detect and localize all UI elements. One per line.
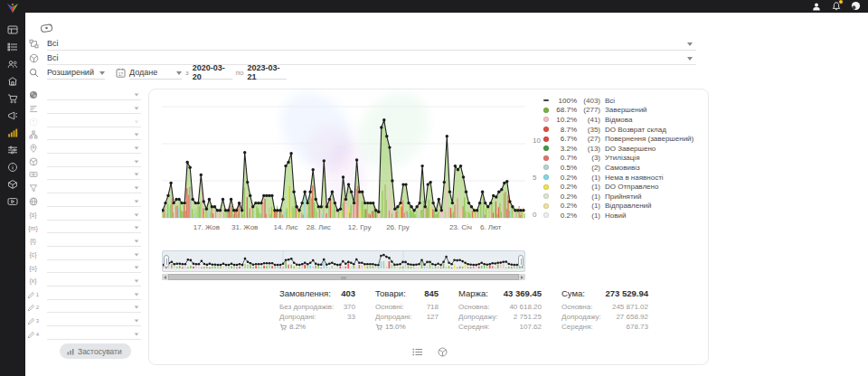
legend-count: (277) [577,106,600,114]
sidebar-item-info[interactable] [0,158,25,175]
filter-select[interactable] [47,210,141,221]
brush-handle-right[interactable] [518,255,524,268]
legend-label: DO Возврат склад [605,126,666,134]
stat-row: Допродані:33 [279,312,355,322]
orders-chart [162,93,525,221]
legend-item[interactable]: 68.7%(277)Завершений [543,106,708,116]
filter-select[interactable] [47,329,141,340]
apply-button[interactable]: Застосувати [60,343,131,359]
legend-item[interactable]: 0.2%(1)Прийнятий [543,192,708,202]
chart-scrollbar[interactable] [162,274,525,280]
package-icon [27,53,40,63]
filter-select[interactable] [47,196,141,207]
sidebar-item-orders[interactable] [0,38,25,55]
chevron-down-icon [99,71,105,75]
filter-select[interactable] [47,169,141,180]
scroll-right-icon[interactable] [521,276,524,279]
filter-select[interactable] [47,262,141,273]
stat-column: Маржа:43 369.45Основна:40 618.20Допродаж… [458,288,542,332]
filter-select[interactable] [47,289,141,300]
legend-swatch [543,136,549,142]
filter-select[interactable] [47,156,141,167]
filter-select[interactable] [47,89,141,100]
legend-item[interactable]: 0.2%(1)Новий [543,211,708,221]
filter-panel: ?{s}{m}{t}{c}{o}{x}1234 [27,89,146,341]
legend-item[interactable]: 8.7%(35)DO Возврат склад [543,125,708,135]
globe-view-icon[interactable] [438,347,448,357]
filter-row-sort-lines [27,102,146,116]
filter-row-package [27,155,146,168]
date-field-select[interactable]: Додане [129,66,182,80]
legend-item[interactable]: 100%(403)Всі [543,96,708,106]
legend-count: (1) [577,183,600,191]
legend-item[interactable]: 10.2%(41)Відмова [543,115,708,125]
legend-item[interactable]: 3.2%(13)DO Завершено [543,144,708,154]
brush-chart[interactable] [162,250,525,272]
legend-item[interactable]: 0.7%(3)Утилізація [543,154,708,164]
filter-select[interactable] [47,249,141,260]
svg-text:17: 17 [118,71,123,76]
avatar-icon[interactable] [851,1,861,11]
content-card: 10 5 0 17. Жов31. Жов14. Лис28. Лис12. Г… [148,89,709,365]
sidebar-item-video[interactable] [0,193,25,210]
filter-select[interactable] [47,129,141,140]
stat-row-label: Основна: [458,302,489,312]
filter-select[interactable] [47,183,141,193]
product-filter-select[interactable]: Всі [47,52,696,65]
legend-count: (35) [577,126,600,134]
sidebar-item-marketing[interactable] [0,107,25,124]
filter-select[interactable] [47,117,141,127]
filter-select[interactable] [47,276,141,287]
svg-text:?: ? [32,119,34,125]
globe-dark-icon [27,90,39,99]
scrollbar-thumb[interactable] [168,274,519,280]
profile-icon[interactable] [811,1,821,11]
chevron-down-icon [135,107,139,109]
search-icon[interactable] [27,68,40,78]
legend-percent: 0.5% [553,164,577,172]
sidebar-item-dashboard[interactable] [0,21,25,38]
legend-item[interactable]: 0.2%(1)DO Отправлено [543,182,708,192]
stat-header: Сума:273 529.94 [561,288,648,298]
legend-swatch [543,108,549,113]
filter-row-pencil-2: 2 [27,301,146,315]
brace-icon: {o} [27,265,39,271]
sidebar-item-settings[interactable] [0,141,25,158]
sidebar-item-customers[interactable] [0,55,25,72]
brush-handle-left[interactable] [164,255,169,268]
stat-header-value: 403 [341,288,355,298]
legend-percent: 3.2% [553,145,577,153]
sidebar-item-products[interactable] [0,175,25,193]
stat-row-value: 370 [344,302,355,312]
legend-item[interactable]: 0.2%(1)Відправлений [543,202,708,212]
sidebar-item-analytics[interactable] [0,124,25,141]
filter-select[interactable] [47,302,141,313]
chevron-down-icon [135,279,139,282]
filter-select[interactable] [47,222,141,233]
filter-select[interactable] [47,236,141,247]
sidebar-item-store[interactable] [0,72,25,89]
table-view-icon[interactable] [412,347,423,357]
filter-select[interactable] [47,143,141,154]
calendar-icon: 17 [114,68,127,78]
stat-row: Допродані:127 [375,312,439,322]
scroll-left-icon[interactable] [164,276,166,279]
status-filter-select[interactable]: Всі [47,37,696,51]
legend-count: (1) [577,202,600,210]
mode-select[interactable]: Розширений [47,66,105,80]
legend-swatch [543,164,549,170]
notifications-bell-icon[interactable] [831,1,841,11]
filter-select[interactable] [47,103,141,114]
stat-row-label: Без допродажів: [279,302,334,312]
app-logo[interactable] [6,1,19,17]
tag-icon[interactable] [40,21,53,37]
date-to-input[interactable]: 2023-03-21 [247,66,287,80]
legend-item[interactable]: 0.2%(1)Нема в наявності [543,173,708,183]
filter-select[interactable] [47,315,141,326]
legend-item[interactable]: 0.5%(2)Самовивіз [543,163,708,173]
stat-row: Допродажу:27 658.92 [561,312,648,322]
date-from-input[interactable]: 2020-03-20 [193,66,232,80]
legend-item[interactable]: 6.7%(27)Повернення (завершений) [543,134,708,144]
sidebar-item-cart[interactable] [0,89,25,107]
legend-percent: 100% [553,97,577,105]
